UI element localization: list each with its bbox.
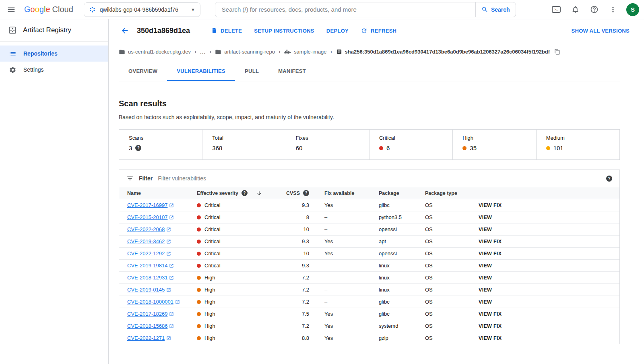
copy-digest-button[interactable] [554,49,560,55]
column-header-cvss[interactable]: CVSS ? [262,187,312,199]
view-fix-button[interactable]: VIEW FIX [479,335,502,341]
sidebar-item-settings[interactable]: Settings [0,62,108,78]
folder-icon [119,49,125,55]
stat-cell: Total 368 [202,130,285,159]
project-selector[interactable]: qwiklabs-gcp-04-986b59da1f76 ▼ [84,2,200,17]
breadcrumb-ellipsis-button[interactable]: ... [200,49,206,55]
external-link-icon [169,324,174,329]
product-header: Artifact Registry [0,19,108,41]
page-title: 350d1a869d1ea [137,27,190,35]
cloud-shell-button[interactable]: >_ [547,1,565,19]
project-name: qwiklabs-gcp-04-986b59da1f76 [100,6,187,13]
column-header-fix[interactable]: Fix available [312,187,379,199]
help-button[interactable] [585,1,603,19]
severity-help-icon[interactable]: ? [242,190,248,196]
cve-link[interactable]: CVE-2015-20107 [127,214,174,220]
table-row: CVE-2017-18269 High 7.5 Yes glibc OS VIE… [119,308,619,320]
content: Scan results Based on factors such as ex… [109,99,644,344]
stat-label: Critical [379,135,443,141]
cve-link[interactable]: CVE-2022-2068 [127,226,171,232]
sort-descending-icon[interactable] [256,190,262,196]
view-fix-button[interactable]: VIEW FIX [479,311,502,317]
show-all-versions-button[interactable]: SHOW ALL VERSIONS [571,28,630,34]
cvss-help-icon[interactable]: ? [303,190,309,196]
cve-link[interactable]: CVE-2019-19814 [127,263,174,269]
chevron-right-icon: › [279,48,281,55]
cve-link-text: CVE-2015-20107 [127,214,167,220]
help-icon [590,5,599,14]
avatar[interactable]: S [626,3,639,16]
view-fix-button[interactable]: VIEW [479,227,492,232]
more-options-button[interactable] [604,1,622,19]
stat-value-row: 3 ? [129,145,192,151]
severity-dot [197,300,201,304]
table-help-icon[interactable]: ? [606,176,612,182]
cve-link-text: CVE-2018-1000001 [127,299,173,305]
breadcrumb-registry[interactable]: us-central1-docker.pkg.dev [119,49,191,55]
external-link-icon [169,275,174,280]
view-fix-button[interactable]: VIEW FIX [479,239,502,244]
stat-value: 6 [386,145,390,151]
search-input[interactable] [215,2,475,17]
cve-link[interactable]: CVE-2019-3462 [127,238,171,244]
tab-manifest[interactable]: MANIFEST [268,62,316,81]
cve-link[interactable]: CVE-2018-1000001 [127,299,180,305]
cve-link[interactable]: CVE-2017-18269 [127,311,174,317]
view-fix-button[interactable]: VIEW FIX [479,323,502,329]
package-type: OS [425,284,479,296]
view-fix-button[interactable]: VIEW [479,275,492,281]
cve-link[interactable]: CVE-2017-16997 [127,202,174,208]
refresh-button[interactable]: REFRESH [361,27,396,34]
view-fix-button[interactable]: VIEW [479,263,492,269]
cve-link[interactable]: CVE-2022-1271 [127,335,171,341]
table-row: CVE-2018-15686 High 7.2 Yes systemd OS V… [119,320,619,332]
cve-link[interactable]: CVE-2019-0145 [127,287,171,293]
filter-input[interactable] [158,175,601,182]
artifact-registry-icon [8,26,17,35]
external-link-icon [169,312,174,316]
cve-link[interactable]: CVE-2018-12931 [127,275,174,281]
table-header-row: Name Effective severity ? CVSS [119,187,619,199]
stat-label: Medium [546,135,610,141]
deploy-button[interactable]: DEPLOY [326,28,349,34]
column-header-package[interactable]: Package [379,187,425,199]
delete-button[interactable]: DELETE [211,27,242,34]
view-fix-button[interactable]: VIEW [479,299,492,305]
fix-available: Yes [312,320,379,332]
fix-available: – [312,272,379,284]
cve-link[interactable]: CVE-2022-1292 [127,250,171,256]
tab-pull[interactable]: PULL [235,62,268,81]
tab-overview[interactable]: OVERVIEW [119,62,167,81]
help-icon[interactable]: ? [135,145,141,151]
menu-button[interactable] [2,1,20,19]
cve-link-text: CVE-2018-12931 [127,275,167,281]
cve-link-text: CVE-2022-2068 [127,226,165,232]
cve-link[interactable]: CVE-2018-15686 [127,323,174,329]
back-button[interactable] [117,23,133,39]
column-header-severity[interactable]: Effective severity ? [194,187,262,199]
view-fix-button[interactable]: VIEW [479,215,492,220]
view-fix-button[interactable]: VIEW FIX [479,203,502,208]
tab-vulnerabilities[interactable]: VULNERABILITIES [167,62,235,81]
avatar-letter: S [631,6,635,13]
breadcrumb-image[interactable]: sample-image [284,49,327,55]
column-header-package-type[interactable]: Package type [425,187,479,199]
cve-link-text: CVE-2017-16997 [127,202,167,208]
fix-available: Yes [312,308,379,320]
sidebar: Artifact Registry Repositories Settings [0,19,109,364]
search-button[interactable]: Search [475,2,516,17]
severity-dot [197,312,201,316]
severity-label: High [204,335,215,341]
sidebar-item-repositories[interactable]: Repositories [0,46,108,62]
vulnerability-table: Name Effective severity ? CVSS [119,187,619,344]
setup-instructions-button[interactable]: SETUP INSTRUCTIONS [254,28,314,34]
external-link-icon [169,215,174,220]
breadcrumb-repository[interactable]: artifact-scanning-repo [215,49,275,55]
column-header-name[interactable]: Name [119,187,194,199]
view-fix-button[interactable]: VIEW [479,287,492,293]
scan-results-title: Scan results [119,99,620,108]
view-fix-button[interactable]: VIEW FIX [479,251,502,256]
notifications-button[interactable] [566,1,584,19]
severity-dot [197,215,201,219]
trash-icon [211,27,217,34]
